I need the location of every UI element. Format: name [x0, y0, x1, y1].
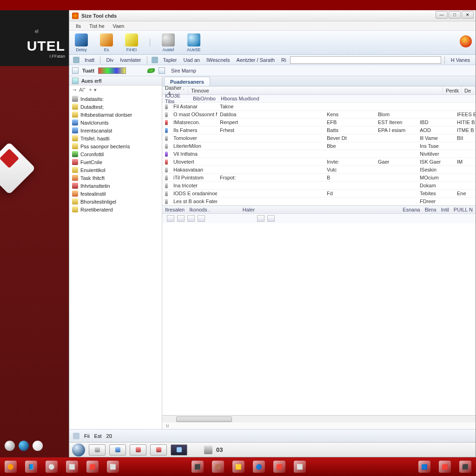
menu-item[interactable]: Vaen	[109, 22, 128, 30]
table-row[interactable]: O mast OOssonnt MilDatdoaKensBlomIFEES E	[162, 111, 476, 119]
app-tab[interactable]	[109, 444, 126, 456]
tree-item[interactable]: Navlclorunts	[69, 119, 162, 126]
tree-item[interactable]: Pss saonpor becterris	[69, 142, 162, 150]
tree-item-icon	[72, 96, 78, 102]
app-tab[interactable]	[130, 444, 146, 456]
table-row[interactable]: Les st B aook FatersFDreer	[162, 198, 476, 205]
gadget-icon[interactable]	[19, 441, 29, 451]
tool-label[interactable]: Div	[104, 57, 116, 63]
launcher-icon[interactable]: ⬜	[294, 461, 306, 473]
launcher-icon[interactable]: 📘	[25, 461, 37, 473]
tool-label[interactable]: Aentzter / Sarath	[234, 57, 278, 63]
gadget-icon[interactable]	[33, 441, 43, 451]
scroll-thumb[interactable]	[176, 416, 232, 422]
tree-item[interactable]: Inrentscanalst	[69, 126, 162, 134]
table-row[interactable]: iTil PvintstomFrspot:BMOcium	[162, 174, 476, 182]
launcher-icon[interactable]: 🟥	[439, 461, 451, 473]
tool-label[interactable]: Uad an	[181, 57, 202, 63]
menu-item[interactable]: Tist he	[86, 22, 108, 30]
table-row[interactable]: Vil IntfatnaNivitilver	[162, 150, 476, 158]
launcher-icon[interactable]: 🟥	[273, 461, 285, 473]
tree-item[interactable]: Coronfottil	[69, 150, 162, 158]
gadget-icon[interactable]	[5, 441, 15, 451]
grid-tool-button[interactable]	[167, 215, 174, 222]
tree-item[interactable]: Ihltsbestiarmat dontser	[69, 111, 162, 119]
launcher-icon[interactable]: 🟫	[212, 461, 224, 473]
toolbar-button[interactable]: Detey	[73, 33, 90, 53]
app-tab[interactable]	[89, 444, 106, 456]
table-row[interactable]: HakasvataanVutcISeskin	[162, 166, 476, 174]
table-row[interactable]: IMatsrecon.RenpertEFBEST IterenIBDHITIE …	[162, 119, 476, 126]
minimize-button[interactable]: —	[436, 11, 448, 19]
table-row[interactable]: Fil AstanarTakne	[162, 103, 476, 111]
toolbar-button[interactable]: Es	[98, 33, 115, 53]
table-row[interactable]: UtovetertInvte:GaerISK GaerIM	[162, 158, 476, 166]
table-row[interactable]: IODS E oradaninoesFdTebitesEne	[162, 190, 476, 198]
app-tab[interactable]	[150, 444, 167, 456]
grid-tool-button[interactable]	[198, 215, 205, 222]
toolbar-button[interactable]: Austel	[160, 33, 177, 53]
table-row[interactable]: TomoloverBever DtIll VameBII	[162, 134, 476, 142]
tool-label[interactable]: Tapler	[161, 57, 179, 63]
launcher-icon[interactable]: 🟠	[5, 461, 17, 473]
tree-header[interactable]: Aues erfl	[69, 76, 162, 86]
start-orb-icon[interactable]	[72, 443, 85, 456]
tree-header-icon	[72, 78, 79, 84]
column-header[interactable]: De	[462, 86, 476, 94]
horizontal-scrollbar[interactable]	[162, 415, 476, 423]
maximize-button[interactable]: □	[449, 11, 461, 19]
tool-label[interactable]: Ri	[279, 57, 288, 63]
launcher-icon[interactable]: 🟥	[86, 461, 99, 473]
tree-item[interactable]: Rsretiberaterd	[69, 205, 162, 213]
tool-icon[interactable]	[152, 57, 158, 63]
toolbar-right-label[interactable]: H Vanes	[448, 57, 473, 63]
grid-tool-button[interactable]	[257, 215, 264, 222]
leaf-icon[interactable]	[147, 68, 155, 73]
launcher-icon[interactable]: ⬛	[192, 461, 204, 473]
table-row[interactable]: Ils FatnersFrhestBattsEPA I esiamAODITME…	[162, 126, 476, 134]
launcher-icon[interactable]: 🟨	[232, 461, 245, 473]
launcher-icon[interactable]: ⬜	[107, 461, 119, 473]
status-icon[interactable]	[73, 433, 79, 439]
address-combo[interactable]	[290, 56, 441, 64]
tree-item[interactable]: Enuientikol	[69, 166, 162, 174]
tree-item[interactable]: FuetCnile	[69, 158, 162, 166]
close-button[interactable]: ✕	[462, 11, 474, 19]
context-link[interactable]: Sire Marnp	[169, 68, 198, 73]
tree-item[interactable]: Bhorsitestinligel	[69, 198, 162, 205]
cell: ITME B	[454, 127, 476, 133]
app-tab[interactable]	[171, 444, 187, 456]
tool-icon[interactable]	[73, 57, 79, 63]
tree-item[interactable]: Dutadtest;	[69, 103, 162, 111]
launcher-icon[interactable]: ⬜	[66, 461, 78, 473]
tool-label[interactable]: Ivamlater	[118, 57, 143, 63]
grid-tool-button[interactable]	[267, 215, 275, 222]
column-header[interactable]: Tinnove	[188, 86, 443, 94]
launcher-icon[interactable]: 🟦	[418, 461, 430, 473]
table-row[interactable]: LiterlerMilonBbeIns Tsae	[162, 142, 476, 150]
column-header[interactable]: Pentk	[443, 86, 462, 94]
toolbar-button[interactable]: FiHEI	[123, 33, 140, 53]
tool-label[interactable]: IWescnels	[204, 57, 232, 63]
launcher-icon[interactable]: ⚪	[46, 461, 58, 473]
color-strip-icon[interactable]	[98, 67, 126, 74]
application-window: Size Tool chds — □ ✕ Ils Tist he Vaen De…	[69, 10, 476, 457]
tree-item-icon	[72, 135, 78, 141]
toolbar-button[interactable]: AUeSE	[185, 33, 203, 53]
tree-item[interactable]: Indatasits:	[69, 95, 162, 103]
grid-tool-button[interactable]	[187, 215, 195, 222]
tree-item[interactable]: Trtsfel. hastti	[69, 134, 162, 142]
tree-item-label: Enuientikol	[80, 167, 106, 173]
table-row[interactable]: Ina tricoterDokam	[162, 182, 476, 190]
tree-item[interactable]: festealinstil	[69, 190, 162, 198]
menu-item[interactable]: Ils	[72, 22, 85, 30]
title-bar[interactable]: Size Tool chds — □ ✕	[69, 10, 476, 21]
tree-item[interactable]: Task Ihitcft	[69, 174, 162, 182]
launcher-icon[interactable]: 🔵	[253, 461, 265, 473]
row-icon	[165, 144, 168, 149]
tree-item[interactable]: Ihhrtansttetin	[69, 182, 162, 190]
launcher-icon[interactable]: ⬛	[459, 461, 471, 473]
tray-icon[interactable]	[204, 446, 212, 454]
tool-label[interactable]: Inatt	[82, 57, 97, 63]
grid-tool-button[interactable]	[177, 215, 185, 222]
